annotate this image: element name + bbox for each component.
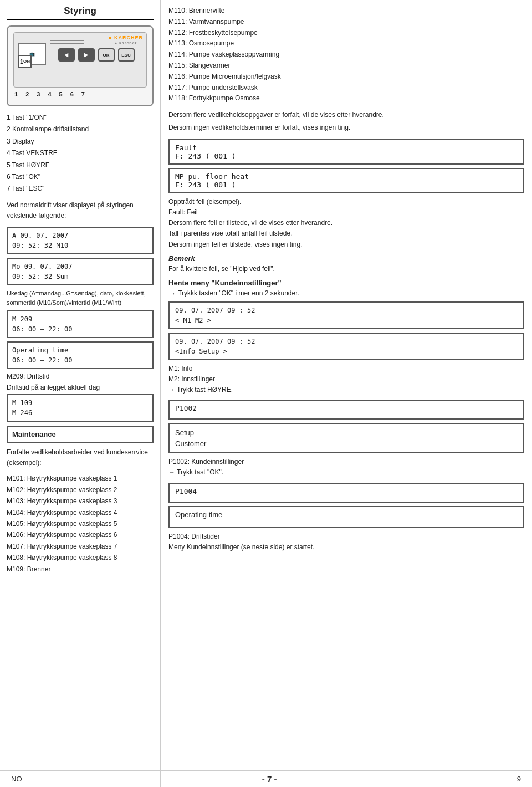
nav-box1-line1: 09. 07. 2007 09 : 52 [175,305,518,315]
nav-box2-line1: 09. 07. 2007 09 : 52 [175,336,518,346]
nav-box1-line2: < M1 M2 > [175,315,518,325]
hente-meny-heading: Hente meny "Kundeinnstillinger" [168,279,524,287]
mp-floor-label: MP pu. floor heat [175,172,518,181]
panel-inner: ■ KÄRCHER● karcher 📺 [13,32,147,88]
machine-m106: M106: Høytrykkspumpe vaskeplass 6 [7,529,154,540]
machine-m107: M107: Høytrykkspumpe vaskeplass 7 [7,541,154,552]
p1004-desc: P1004: Driftstider [168,532,524,542]
item-6: 6 Tast "OK" [7,171,154,182]
fault-label: Fault [175,144,518,152]
tall-parentes-text: Tall i parentes vise totalt antall feil … [168,228,524,239]
r-m118: M118: Fortrykkpumpe Osmose [168,93,524,104]
nav-box-1: 09. 07. 2007 09 : 52 < M1 M2 > [168,301,524,329]
fault-feil-text: Fault: Feil [168,207,524,218]
m1-info: M1: Info [168,364,524,374]
r-m110: M110: Brennervifte [168,6,524,17]
p1002-descriptions: P1002: Kundeinnstillinger → Trykk tast "… [168,457,524,478]
driftstid-label: Driftstid på anlegget aktuell dag [7,384,154,391]
m109-box: M 109 M 246 [7,394,154,422]
opptradt-text: Opptrådt feil (eksempel). [168,197,524,207]
machine-list: M101: Høytrykkspumpe vaskeplass 1 M102: … [7,473,154,575]
meny-text: Meny Kundeinnstillinger (se neste side) … [168,542,524,553]
forfall-text: Forfalte vedlikeholdsarbeider ved kundes… [7,447,154,468]
r-m115: M115: Slangevarmer [168,60,524,71]
m209-label: M209: Driftstid [7,372,154,380]
fault-box: Fault F: 243 ( 001 ) [168,139,524,165]
p1004-value: P1004 [175,487,518,495]
forfalt-description: Dersom flere vedlikeholdsoppgaver er for… [168,110,524,134]
esc-button-panel[interactable]: ESC [118,48,135,62]
r-m114: M114: Pumpe vaskeplassoppvarming [168,49,524,60]
setup-customer-box: Setup Customer [168,423,524,453]
fault-description: Opptrådt feil (eksempel). Fault: Feil De… [168,197,524,250]
item-2: 2 Kontrollampe driftstilstand [7,124,154,135]
trykk-hoyre-text: → Trykk tast HØYRE. [168,385,233,395]
arrow-symbol: → [168,288,176,300]
r-m117: M117: Pumpe understellsvask [168,83,524,94]
r-m113: M113: Osmosepumpe [168,38,524,49]
bemerk-label: Bemerk [168,254,524,263]
r-m111: M111: Varmtvannspumpe [168,17,524,28]
left-column: Styring ■ KÄRCHER● karcher 📺 [0,0,161,787]
setup-line1: Setup [175,427,518,438]
normal-drift-description: Ved normaldrift viser displayet på styri… [7,200,154,221]
p1004-box: P1004 [168,483,524,503]
right-column: M110: Brennervifte M111: Varmtvannspumpe… [161,0,532,787]
setup-line2: Customer [175,438,518,449]
display-box-1: A 09. 07. 2007 09: 52: 32 M10 [7,227,154,254]
arrow-ok-instruction: → Trykkk tasten "OK" i mer enn 2 sekunde… [168,288,524,300]
nav-box-2: 09. 07. 2007 09 : 52 <Info Setup > [168,333,524,360]
fault-value: F: 243 ( 001 ) [175,152,518,160]
numbered-labels: 1 2 3 4 5 6 7 [14,91,147,98]
item-1: 1 Tast "1/ON" [7,112,154,123]
item-4: 4 Tast VENSTRE [7,147,154,159]
trykk-hoyre-row: → Trykk tast HØYRE. [168,385,524,395]
machine-m103: M103: Høytrykkspumpe vaskeplass 3 [7,495,154,507]
operating-time-box-right: Operating time [168,506,524,528]
footer-left: NO [11,775,22,783]
trykk-ok-row: → Trykk tast "OK". [168,467,524,478]
nav-box2-line2: <Info Setup > [175,346,518,356]
item-5: 5 Tast HØYRE [7,160,154,171]
bemerk-text: For å kvittere feil, se "Hjelp ved feil"… [168,264,524,274]
footer-right: 9 [517,775,521,783]
p1002-desc: P1002: Kundeinnstillinger [168,457,524,467]
m2-innstillinger: M2: Innstillinger [168,374,524,385]
r-m116: M116: Pumpe Microemulsjon/felgvask [168,71,524,83]
display-box-2: Mo 09. 07. 2007 09: 52: 32 Sum [7,258,154,285]
r-m112: M112: Frostbeskyttelsepumpe [168,28,524,39]
machine-m104: M104: Høytrykkspumpe vaskeplass 4 [7,507,154,518]
button-row: ◀ ▶ OK ESC [50,48,142,62]
ok-button-panel[interactable]: OK [98,48,115,62]
machine-m108: M108: Høytrykkspumpe vaskeplass 8 [7,552,154,563]
item-description-list: 1 Tast "1/ON" 2 Kontrollampe driftstilst… [7,112,154,195]
right-arrow-button[interactable]: ▶ [78,48,95,62]
section-title: Styring [7,6,154,20]
item-3: 3 Display [7,136,154,147]
footer-center: - 7 - [262,774,277,784]
forfalt-text-2: Dersom ingen vedlikeholdsterminer er for… [168,122,524,134]
karcher-logo: ■ KÄRCHER● karcher [109,35,143,45]
ukedag-text: Ukedag (A=mandag...G=søndag), dato, klok… [7,289,154,307]
machine-m105: M105: Høytrykkspumpe vaskeplass 5 [7,518,154,529]
right-machine-list: M110: Brennervifte M111: Varmtvannspumpe… [168,6,524,104]
trykk-ok-text: → Trykk tast "OK". [168,467,223,478]
machine-m109: M109: Brenner [7,564,154,575]
p1002-value: P1002 [175,404,518,412]
machine-m102: M102: Høytrykkspumpe vaskeplass 2 [7,484,154,495]
nav-descriptions: M1: Info M2: Innstillinger → Trykk tast … [168,364,524,396]
operating-time-value: Operating time [175,510,518,519]
p1004-descriptions: P1004: Driftstider Meny Kundeinnstilling… [168,532,524,553]
forfalt-text-1: Dersom flere vedlikeholdsoppgaver er for… [168,110,524,121]
display-box-m209: M 209 06: 00 — 22: 00 [7,310,154,338]
p1002-box: P1002 [168,400,524,420]
operating-time-box-left: Operating time 06: 00 — 22: 00 [7,341,154,369]
machine-m101: M101: Høytrykkspumpe vaskeplass 1 [7,473,154,484]
left-arrow-button[interactable]: ◀ [58,48,75,62]
maintenance-box: Maintenance [7,426,154,443]
panel-number-1: 1ON [18,55,32,68]
page-footer: NO - 7 - 9 [0,770,532,787]
mp-floor-box: MP pu. floor heat F: 243 ( 001 ) [168,168,524,193]
arrow-ok-text: Trykkk tasten "OK" i mer enn 2 sekunder. [178,288,299,299]
ingen-feil-text: Dersom ingen feil er tilstede, vises ing… [168,239,524,250]
